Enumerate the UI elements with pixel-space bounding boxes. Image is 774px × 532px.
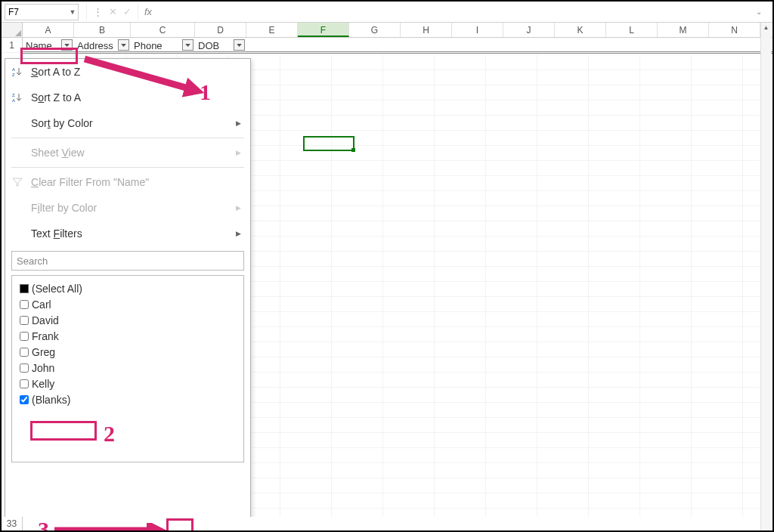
filter-button-dob[interactable] — [234, 39, 245, 51]
col-head-D[interactable]: D — [195, 23, 246, 37]
filter-button-address[interactable] — [118, 39, 129, 51]
filter-checkbox[interactable] — [20, 316, 29, 325]
filter-item-label: Frank — [32, 330, 59, 342]
svg-text:A: A — [12, 98, 15, 103]
col-header-dob-label: DOB — [198, 40, 219, 51]
annotation-number-2: 2 — [104, 421, 115, 447]
clear-filter-icon — [10, 177, 25, 187]
col-head-M[interactable]: M — [658, 23, 709, 37]
col-head-J[interactable]: J — [503, 23, 555, 37]
filter-item-label: (Select All) — [32, 283, 82, 295]
col-header-name-label: Name — [26, 40, 52, 51]
grid[interactable]: 1 Name Address Phone DOB — [2, 38, 772, 517]
col-filter-dob: DOB — [195, 38, 246, 53]
filter-checkbox[interactable] — [20, 363, 29, 373]
col-header-address-label: Address — [77, 40, 113, 51]
svg-text:Z: Z — [12, 93, 15, 97]
filter-item[interactable]: John — [20, 360, 236, 376]
filter-item[interactable]: Frank — [20, 328, 236, 344]
submenu-arrow-icon: ▶ — [236, 119, 241, 127]
filter-item[interactable]: David — [20, 312, 236, 328]
row-head-33[interactable]: 33 — [2, 517, 23, 530]
sheet-view: Sheet View ▶ — [5, 140, 250, 165]
sort-za-label: Sort Z to A — [31, 91, 81, 104]
filter-item-blanks[interactable]: (Blanks) — [20, 391, 236, 407]
sort-by-color[interactable]: Sort by Color ▶ — [5, 110, 250, 136]
col-head-G[interactable]: G — [349, 23, 401, 37]
filter-menu: AZ Sort A to Z ZA Sort Z to A Sort by Co… — [5, 58, 251, 517]
col-head-E[interactable]: E — [246, 23, 298, 37]
scroll-up-icon[interactable]: ▲ — [761, 23, 771, 33]
filter-item-label: Carl — [32, 298, 51, 311]
accept-formula-icon[interactable]: ✓ — [123, 6, 132, 17]
fx-icon[interactable]: fx — [144, 6, 152, 17]
name-box-dropdown-icon[interactable]: ▼ — [67, 5, 78, 20]
filter-button-name[interactable] — [61, 39, 73, 51]
search-placeholder: Search — [17, 255, 48, 267]
filter-item-label: David — [32, 314, 59, 326]
col-head-L[interactable]: L — [606, 23, 658, 37]
col-head-B[interactable]: B — [74, 23, 131, 37]
filter-item-label: John — [32, 362, 54, 374]
filter-item-label: (Blanks) — [32, 394, 70, 406]
text-filters-label: Text Filters — [31, 227, 82, 240]
col-head-C[interactable]: C — [131, 23, 195, 37]
text-filters[interactable]: Text Filters ▶ — [5, 221, 250, 246]
col-filter-address: Address — [74, 38, 131, 53]
filter-checkbox[interactable] — [20, 332, 29, 341]
filter-checkbox[interactable] — [20, 300, 29, 309]
formula-expand-icon[interactable]: ⌄ — [756, 8, 768, 16]
svg-text:Z: Z — [12, 73, 15, 77]
submenu-arrow-icon: ▶ — [236, 230, 241, 237]
cancel-formula-icon[interactable]: ✕ — [109, 6, 117, 17]
annotation-number-3: 3 — [38, 517, 49, 532]
menu-separator — [11, 167, 244, 168]
formula-controls: ⋮ ✕ ✓ — [86, 4, 138, 20]
col-filter-name: Name — [23, 38, 74, 53]
sort-z-to-a[interactable]: ZA Sort Z to A — [5, 85, 250, 110]
formula-input[interactable] — [152, 4, 756, 20]
menu-separator — [11, 138, 244, 138]
annotation-box-3 — [166, 518, 194, 532]
sort-az-label: Sort A to Z — [31, 66, 80, 78]
filter-search-input[interactable]: Search — [11, 251, 244, 271]
sort-ascending-icon: AZ — [10, 66, 25, 77]
filter-item-label: Kelly — [32, 378, 54, 390]
row-head-1[interactable]: 1 — [2, 38, 23, 53]
select-all-corner[interactable] — [2, 23, 23, 37]
sort-color-label: Sort by Color — [31, 117, 93, 129]
col-head-H[interactable]: H — [401, 23, 452, 37]
col-head-I[interactable]: I — [452, 23, 503, 37]
formula-bar: F7 ▼ ⋮ ✕ ✓ fx ⌄ — [2, 2, 772, 23]
annotation-number-1: 1 — [200, 79, 211, 105]
clear-filter-label: Clear Filter From "Name" — [31, 176, 149, 188]
name-box-value: F7 — [8, 7, 19, 17]
filter-color-label: Filter by Color — [31, 202, 97, 214]
col-head-A[interactable]: A — [23, 23, 74, 37]
filter-by-color: Filter by Color ▶ — [5, 195, 250, 221]
col-head-N[interactable]: N — [709, 23, 760, 37]
col-head-F[interactable]: F — [298, 23, 349, 37]
filter-item[interactable]: Greg — [20, 344, 236, 360]
sort-descending-icon: ZA — [10, 92, 25, 103]
filter-item-select-all[interactable]: (Select All) — [20, 280, 236, 296]
formula-dots-icon: ⋮ — [93, 6, 103, 17]
submenu-arrow-icon: ▶ — [236, 149, 241, 156]
filter-item[interactable]: Kelly — [20, 376, 236, 391]
sort-a-to-z[interactable]: AZ Sort A to Z — [5, 59, 250, 85]
filter-checkbox[interactable] — [20, 395, 29, 404]
col-header-phone-label: Phone — [134, 40, 163, 51]
col-filter-phone: Phone — [131, 38, 195, 53]
sheet-view-label: Sheet View — [31, 147, 85, 159]
filter-checkbox[interactable] — [20, 379, 29, 388]
filter-button-phone[interactable] — [182, 39, 194, 51]
filter-checkbox[interactable] — [20, 348, 29, 357]
filter-item-label: Greg — [32, 346, 55, 358]
vertical-scrollbar[interactable]: ▲ — [760, 23, 771, 530]
clear-filter: Clear Filter From "Name" — [5, 169, 250, 195]
col-head-K[interactable]: K — [555, 23, 606, 37]
name-box[interactable]: F7 ▼ — [5, 4, 79, 20]
filter-item[interactable]: Carl — [20, 296, 236, 312]
svg-text:A: A — [12, 67, 15, 72]
filter-values-list[interactable]: (Select All) Carl David Frank Greg John — [11, 275, 244, 462]
